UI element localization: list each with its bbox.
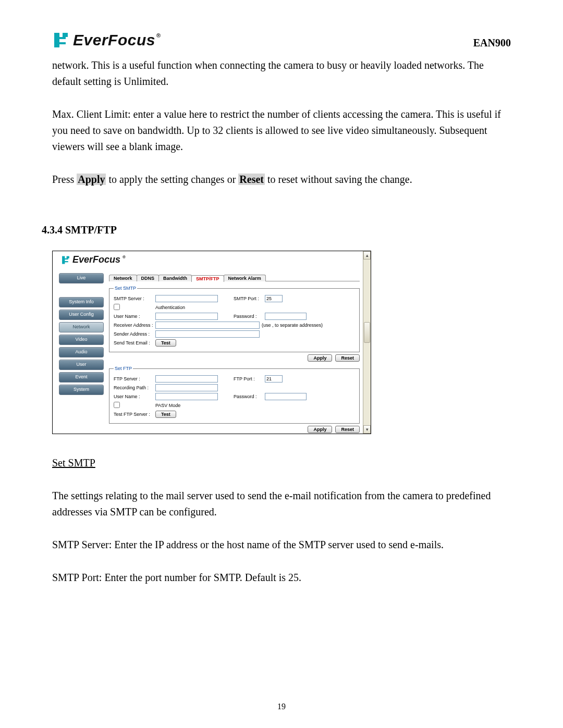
ftp-user-label: User Name : (114, 394, 155, 399)
ftp-record-path-input[interactable] (155, 384, 218, 391)
logo-mark-icon (52, 31, 70, 49)
smtp-server-label: SMTP Server : (114, 296, 155, 301)
smtp-test-button[interactable]: Test (155, 339, 176, 347)
page-number: 19 (0, 702, 563, 711)
smtp-port-input[interactable] (265, 295, 283, 302)
smtp-receiver-input[interactable] (155, 322, 260, 329)
ftp-server-label: FTP Server : (114, 376, 155, 381)
sidebar-item-system-info[interactable]: System Info (59, 297, 104, 307)
svg-rect-1 (67, 256, 69, 258)
smtp-send-test-label: Send Test Email : (114, 340, 155, 346)
sidebar-item-live[interactable]: Live (59, 273, 104, 283)
ftp-record-path-label: Recording Path : (114, 385, 155, 390)
smtp-password-input[interactable] (265, 313, 307, 320)
svg-rect-0 (63, 33, 68, 37)
registered-icon: ® (156, 32, 161, 39)
after-p2: SMTP Server: Enter the IP address or the… (52, 537, 511, 553)
scroll-down-icon[interactable]: ▾ (363, 425, 371, 434)
sidebar-item-audio[interactable]: Audio (59, 347, 104, 357)
after-p3: SMTP Port: Enter the port number for SMT… (52, 570, 511, 586)
brand-name: EverFocus (73, 31, 155, 49)
smtp-port-label: SMTP Port : (234, 296, 265, 301)
ftp-fieldset: Set FTP FTP Server : FTP Port : Recordin… (109, 366, 360, 424)
smtp-auth-checkbox[interactable] (114, 304, 120, 310)
smtp-legend: Set SMTP (114, 286, 137, 291)
sidebar-item-system[interactable]: System (59, 385, 104, 395)
set-smtp-heading: Set SMTP (52, 457, 95, 468)
scroll-track[interactable] (363, 260, 371, 425)
smtp-sender-input[interactable] (155, 330, 260, 338)
smtp-server-input[interactable] (155, 295, 218, 302)
sidebar-item-user[interactable]: User (59, 360, 104, 370)
sidebar-item-event[interactable]: Event (59, 372, 104, 382)
ftp-pasv-checkbox[interactable] (114, 402, 120, 408)
paragraph-apply-reset: Press Apply to apply the setting changes… (52, 171, 511, 188)
sidebar: Live System Info User Config Network Vid… (59, 273, 104, 434)
sidebar-item-user-config[interactable]: User Config (59, 310, 104, 320)
model-number: EAN900 (473, 37, 511, 49)
smtp-receiver-hint: (use , to separate addresses) (262, 323, 323, 328)
smtp-user-label: User Name : (114, 314, 155, 319)
sidebar-item-video[interactable]: Video (59, 335, 104, 345)
tab-bandwidth[interactable]: Bandwidth (158, 275, 192, 281)
ftp-reset-button[interactable]: Reset (335, 426, 360, 433)
logo-mark-icon (61, 255, 70, 265)
reset-keyword: Reset (238, 174, 265, 185)
sidebar-item-network[interactable]: Network (59, 322, 104, 332)
tab-bar: Network DDNS Bandwidth SMTP/FTP Network … (109, 273, 360, 281)
smtp-apply-button[interactable]: Apply (308, 354, 332, 362)
brand-logo: EverFocus ® (52, 31, 161, 49)
scroll-thumb[interactable] (364, 322, 370, 343)
ftp-apply-button[interactable]: Apply (308, 426, 332, 433)
smtp-password-label: Password : (234, 314, 265, 319)
screenshot-panel: ▴ ▾ EverFocus® Live System In (52, 251, 371, 434)
paragraph-bandwidth-cont: network. This is a useful function when … (52, 57, 511, 90)
ftp-test-label: Test FTP Server : (114, 412, 155, 417)
smtp-receiver-label: Receiver Address : (114, 323, 155, 328)
tab-smtp-ftp[interactable]: SMTP/FTP (191, 275, 224, 282)
ftp-password-input[interactable] (265, 393, 307, 400)
paragraph-client-limit: Max. Client Limit: enter a value here to… (52, 106, 511, 155)
after-p1: The settings relating to the mail server… (52, 488, 511, 520)
ftp-port-input[interactable] (265, 375, 283, 382)
smtp-sender-label: Sender Address : (114, 331, 155, 337)
tab-network[interactable]: Network (109, 275, 137, 281)
ftp-password-label: Password : (234, 394, 265, 399)
smtp-auth-label: Authentication (155, 305, 234, 310)
ftp-legend: Set FTP (114, 366, 133, 371)
scrollbar[interactable]: ▴ ▾ (363, 251, 371, 434)
apply-keyword: Apply (77, 174, 106, 185)
smtp-user-input[interactable] (155, 313, 218, 320)
tab-network-alarm[interactable]: Network Alarm (224, 275, 266, 281)
tab-ddns[interactable]: DDNS (137, 275, 160, 281)
ftp-test-button[interactable]: Test (155, 411, 176, 418)
panel-brand-logo: EverFocus® (61, 254, 126, 265)
ftp-user-input[interactable] (155, 393, 218, 400)
ftp-port-label: FTP Port : (234, 376, 265, 381)
smtp-reset-button[interactable]: Reset (335, 354, 360, 362)
section-heading-smtp-ftp: 4.3.4 SMTP/FTP (42, 224, 511, 236)
ftp-pasv-label: PASV Mode (155, 403, 234, 408)
scroll-up-icon[interactable]: ▴ (363, 251, 371, 260)
smtp-fieldset: Set SMTP SMTP Server : SMTP Port : Authe… (109, 286, 360, 352)
ftp-server-input[interactable] (155, 375, 218, 382)
